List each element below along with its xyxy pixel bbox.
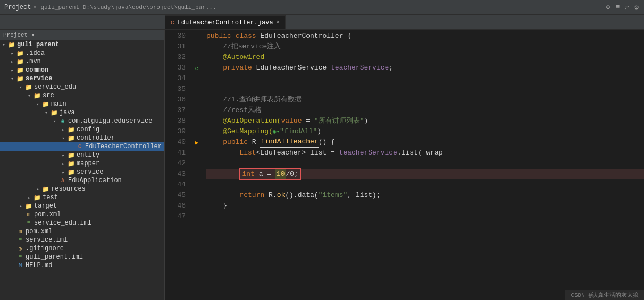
service-edu-icon: 📁 [24,84,33,91]
tree-mapper[interactable]: ▸ 📁 mapper [0,159,164,168]
code-line-41: List <EduTeacher> list = teacherService … [206,148,644,158]
g41 [191,148,202,158]
src-arrow: ▾ [26,93,33,99]
code-line-47 [206,211,644,222]
tree-guli-iml[interactable]: ▸ ≡ guli_parent.iml [0,253,164,261]
tree-service-edu[interactable]: ▾ 📁 service_edu [0,83,164,91]
tree-help[interactable]: ▸ M HELP.md [0,261,164,270]
ln-30: 30 [165,31,186,41]
service-arrow: ▾ [9,76,16,82]
git-label: .gitignore [24,245,64,252]
service-edu-arrow: ▾ [17,84,24,90]
ln-44: 44 [165,179,186,190]
tree-java[interactable]: ▾ 📁 java [0,108,164,117]
resources-label: resources [50,185,86,193]
mapper-arrow: ▸ [60,161,67,167]
common-folder-icon: 📁 [16,67,24,74]
globe-icon[interactable]: ⊕ [605,2,612,13]
tree-controller[interactable]: ▾ 📁 controller [0,134,164,142]
service2-arrow: ▸ [60,169,67,175]
editor-tab[interactable]: C EduTeacherController.java × [165,15,286,29]
g39 [191,126,202,137]
code-line-45: return R. ok ().data( "items" , list); [206,190,644,201]
tree-config[interactable]: ▸ 📁 config [0,125,164,134]
code-line-30: public class EduTeacherController { [206,31,644,41]
tree-service[interactable]: ▾ 📁 service [0,74,164,83]
tree-main[interactable]: ▾ 📁 main [0,100,164,108]
g46 [191,201,202,211]
ln-41: 41 [165,148,186,158]
top-bar-icons: ⊕ ≡ ⇌ ⚙ [605,2,640,13]
project-label[interactable]: Project ▾ [4,4,36,11]
service-iml-icon: ≡ [16,237,24,243]
code-line-40: public R findAllTeacher () { [206,137,644,148]
ln-46: 46 [165,201,186,211]
ln-38: 38 [165,116,186,126]
tree-idea[interactable]: ▸ 📁 .idea [0,49,164,57]
tree-edu-teacher-controller[interactable]: ▸ C EduTeacherController [0,142,164,151]
tree-pom1[interactable]: ▸ m pom.xml [0,210,164,219]
tree-src[interactable]: ▾ 📁 src [0,91,164,100]
common-arrow: ▸ [9,67,16,73]
tree-pkg[interactable]: ▾ ◉ com.atguigu.eduservice [0,117,164,125]
code-line-39: @GetMapping( ◉▾ "findAll" ) [206,126,644,137]
tree-resources[interactable]: ▸ 📁 resources [0,185,164,193]
git-icon: ⊙ [16,245,24,252]
tree-service2[interactable]: ▸ 📁 service [0,168,164,176]
code-line-44 [206,179,644,190]
root-folder-icon: 📁 [7,41,16,48]
tree-mvn[interactable]: ▸ 📁 .mvn [0,57,164,66]
entity-arrow: ▸ [60,152,67,158]
code-editor: 30 31 32 33 34 35 36 37 38 39 40 41 42 4… [165,30,644,300]
code-line-46: } [206,201,644,211]
ln-42: 42 [165,158,186,169]
test-label: test [41,194,58,201]
service-iml-label: service.iml [24,236,68,244]
pom1-icon: m [24,211,33,218]
ln-32: 32 [165,52,186,63]
tree-iml1[interactable]: ▸ ≡ service_edu.iml [0,219,164,227]
pkg-arrow: ▾ [51,118,58,124]
tab-close-button[interactable]: × [277,20,280,25]
tree-edu-app[interactable]: ▸ A EduApplication [0,176,164,185]
project-path: guli_parent D:\study\java\code\project\g… [40,4,216,11]
list-icon[interactable]: ≡ [615,2,621,12]
main-label: main [50,100,66,108]
ctrl-icon: 📁 [67,135,76,142]
tree-target[interactable]: ▸ 📁 target [0,202,164,210]
java-folder-icon: 📁 [50,109,58,116]
code-line-37: //rest风格 [206,105,644,116]
main-arrow: ▾ [34,101,41,107]
ln-45: 45 [165,190,186,201]
ln-40: 40 [165,137,186,148]
tree-pom2[interactable]: ▸ m pom.xml [0,227,164,236]
g30 [191,31,202,41]
tree-gitignore[interactable]: ▸ ⊙ .gitignore [0,244,164,253]
main-layout: Project ▾ ▾ 📁 guli_parent ▸ 📁 .idea ▸ 📁 … [0,30,644,300]
ln-37: 37 [165,105,186,116]
root-label: guli_parent [16,41,59,48]
common-label: common [24,66,48,74]
edu-app-icon: A [58,178,67,184]
ln-36: 36 [165,95,186,105]
service2-icon: 📁 [67,169,76,176]
code-lines[interactable]: public class EduTeacherController { //把s… [202,30,644,300]
test-arrow: ▸ [26,195,33,201]
service-edu-label: service_edu [33,83,76,91]
ctrl-arrow: ▾ [60,135,67,141]
tree-service-iml[interactable]: ▸ ≡ service.iml [0,236,164,244]
main-icon: 📁 [41,101,50,108]
g32 [191,52,202,63]
split-icon[interactable]: ⇌ [624,2,630,13]
tree-test[interactable]: ▸ 📁 test [0,193,164,202]
settings-icon[interactable]: ⚙ [633,2,640,13]
run-40[interactable]: ▶ [195,139,199,146]
resources-arrow: ▸ [34,186,41,192]
tree-root[interactable]: ▾ 📁 guli_parent [0,40,164,49]
tree-entity[interactable]: ▸ 📁 entity [0,151,164,159]
project-text: Project [4,4,31,11]
java-arrow: ▾ [43,110,50,116]
tree-common[interactable]: ▸ 📁 common [0,66,164,74]
ln-31: 31 [165,41,186,52]
target-arrow: ▸ [17,203,24,209]
